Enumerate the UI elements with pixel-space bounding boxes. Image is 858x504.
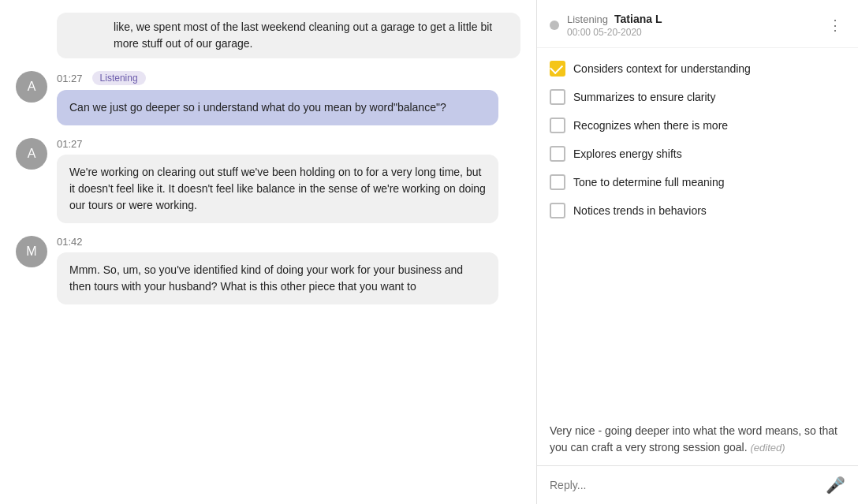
message-time: 01:27 (57, 73, 83, 84)
listening-tag: Listening (92, 71, 146, 85)
reply-area: 🎤 (537, 465, 858, 504)
message-row: M 01:42 Mmm. So, um, so you've identifie… (0, 230, 536, 311)
panel-header-info: Listening Tatiana L 00:00 05-20-2020 (567, 13, 817, 38)
panel-label: Listening (567, 13, 608, 25)
checkbox-summarizes[interactable] (550, 89, 565, 105)
partial-bubble: like, we spent most of the last weekend … (57, 13, 520, 58)
panel-dot (550, 21, 559, 30)
message-content: 01:27 Listening Can we just go deeper so… (57, 71, 520, 125)
message-time: 01:27 (57, 138, 83, 150)
check-label: Summarizes to ensure clarity (573, 91, 716, 103)
message-meta: 01:27 (57, 138, 520, 150)
panel-header-top: Listening Tatiana L (567, 13, 817, 25)
chat-bubble-highlighted: Can we just go deeper so i understand wh… (57, 90, 498, 125)
avatar: M (16, 236, 47, 267)
chat-panel: like, we spent most of the last weekend … (0, 0, 536, 504)
reply-input[interactable] (550, 479, 819, 491)
edited-label: (edited) (750, 442, 785, 454)
message-row: A 01:27 Listening Can we just go deeper … (0, 65, 536, 132)
message-row: A 01:27 We're working on clearing out st… (0, 132, 536, 230)
checklist-item[interactable]: Considers context for understanding (550, 54, 845, 83)
chat-bubble: Mmm. So, um, so you've identified kind o… (57, 252, 498, 304)
panel-date: 00:00 05-20-2020 (567, 27, 817, 38)
message-content: 01:27 We're working on clearing out stuf… (57, 138, 520, 223)
checklist-item[interactable]: Explores energy shifts (550, 140, 845, 168)
panel-name: Tatiana L (614, 13, 662, 25)
checkbox-considers-context[interactable] (550, 61, 565, 77)
message-content: 01:42 Mmm. So, um, so you've identified … (57, 236, 520, 304)
checklist-item[interactable]: Notices trends in behaviors (550, 196, 845, 225)
checklist-item[interactable]: Summarizes to ensure clarity (550, 83, 845, 111)
check-label: Explores energy shifts (573, 147, 682, 160)
check-label: Notices trends in behaviors (573, 204, 707, 217)
panel-header: Listening Tatiana L 00:00 05-20-2020 ⋮ (537, 0, 858, 48)
panel-comment: Very nice - going deeper into what the w… (537, 413, 858, 465)
more-options-button[interactable]: ⋮ (825, 15, 845, 35)
checklist-item[interactable]: Tone to determine full meaning (550, 168, 845, 196)
message-time: 01:42 (57, 236, 83, 248)
microphone-icon[interactable]: 🎤 (826, 476, 845, 495)
message-meta: 01:42 (57, 236, 520, 248)
checkbox-tone[interactable] (550, 174, 565, 190)
check-label: Recognizes when there is more (573, 119, 728, 132)
checkbox-recognizes[interactable] (550, 118, 565, 133)
avatar: A (16, 138, 47, 170)
check-label: Considers context for understanding (573, 62, 751, 75)
checkbox-explores[interactable] (550, 146, 565, 162)
comment-text: Very nice - going deeper into what the w… (550, 424, 837, 454)
chat-bubble: We're working on clearing out stuff we'v… (57, 155, 498, 223)
side-panel: Listening Tatiana L 00:00 05-20-2020 ⋮ C… (536, 0, 858, 504)
checklist: Considers context for understanding Summ… (537, 48, 858, 413)
avatar: A (16, 71, 47, 103)
checkbox-notices[interactable] (550, 203, 565, 218)
check-label: Tone to determine full meaning (573, 176, 724, 189)
message-meta: 01:27 Listening (57, 71, 520, 85)
checklist-item[interactable]: Recognizes when there is more (550, 111, 845, 140)
